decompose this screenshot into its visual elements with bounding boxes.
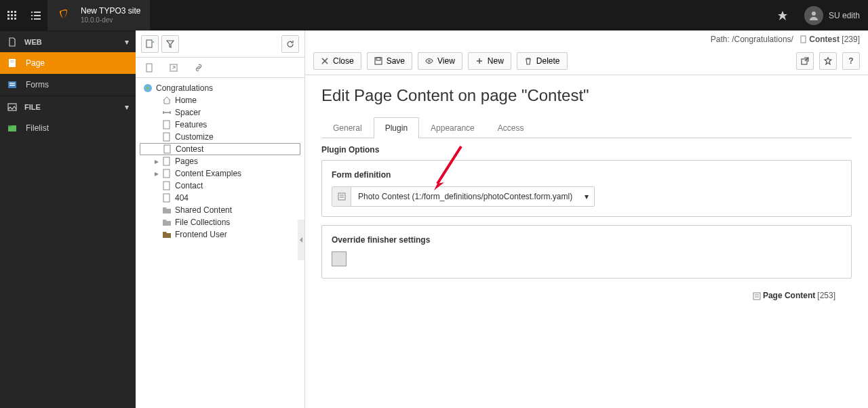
module-menu: WEB ▾ Page Forms FILE ▾ Filelist [0,30,136,408]
page-tree-column: Congratulations HomeSpacerFeaturesCustom… [136,30,305,408]
form-icon [332,187,351,206]
chevron-down-icon: ▾ [125,102,129,112]
forms-module-icon [7,79,18,90]
tree-node[interactable]: 404 [140,192,300,204]
tree-node[interactable]: Spacer [140,106,300,119]
tab-general[interactable]: General [321,117,374,138]
svg-rect-0 [7,11,9,13]
form-definition-select[interactable]: Photo Contest (1:/form_definitions/photo… [332,186,595,207]
open-new-window-button[interactable] [796,52,814,70]
svg-rect-10 [34,12,41,13]
tree-resize-handle[interactable] [298,220,304,260]
tree-node[interactable]: ▸Pages [140,155,300,167]
svg-rect-25 [146,40,152,47]
svg-rect-30 [163,133,170,141]
tab-plugin[interactable]: Plugin [374,117,419,138]
override-finisher-panel: Override finisher settings [321,225,852,279]
svg-rect-17 [10,60,14,61]
tree-node[interactable]: Contact [140,180,300,192]
svg-point-39 [429,60,431,62]
topbar: New TYPO3 site 10.0.0-dev SU edith [0,0,868,30]
plugin-options-label: Plugin Options [321,145,852,155]
spacer-icon [161,107,172,118]
list-tree-icon[interactable] [24,0,47,30]
svg-rect-2 [14,11,16,13]
module-item-filelist[interactable]: Filelist [0,117,136,139]
globe-icon [142,83,153,94]
app-grid-icon[interactable] [0,0,24,30]
help-button[interactable]: ? [842,52,860,70]
save-button[interactable]: Save [367,52,412,70]
svg-rect-6 [7,18,9,20]
tree-node[interactable]: Shared Content [140,204,300,216]
tree-node[interactable]: File Collections [140,216,300,228]
page-icon [161,180,172,191]
tree-node[interactable]: Customize [140,131,300,143]
avatar-icon [804,6,823,25]
tree-node[interactable]: Features [140,119,300,131]
svg-rect-35 [163,194,170,202]
svg-rect-3 [7,14,9,16]
tree-node[interactable]: Frontend User [140,228,300,241]
new-page-button[interactable] [141,35,159,53]
tab-appearance[interactable]: Appearance [419,117,486,138]
image-icon [7,102,18,113]
folder-icon [161,217,172,228]
svg-rect-36 [801,36,806,43]
tree-node[interactable]: Home [140,94,300,106]
close-button[interactable]: Close [313,52,361,70]
module-item-forms[interactable]: Forms [0,74,136,96]
refresh-button[interactable] [281,35,299,53]
svg-rect-21 [9,85,15,86]
svg-rect-12 [34,15,41,16]
page-icon [161,156,172,167]
site-name: New TYPO3 site [81,6,140,16]
site-badge[interactable]: New TYPO3 site 10.0.0-dev [47,0,150,30]
tab-access[interactable]: Access [486,117,536,138]
filelist-module-icon [7,123,18,134]
filter-button[interactable] [161,35,179,53]
module-item-page[interactable]: Page [0,52,136,74]
svg-rect-11 [31,15,33,16]
new-link-icon[interactable] [190,59,208,77]
page-icon [7,37,18,47]
view-button[interactable]: View [418,52,462,70]
svg-rect-42 [753,293,760,300]
svg-rect-4 [11,14,13,16]
svg-rect-32 [163,157,170,165]
svg-rect-8 [14,18,16,20]
form-definition-label: Form definition [332,170,842,180]
svg-rect-5 [14,14,16,16]
tree-root[interactable]: Congratulations [140,82,300,94]
breadcrumb-link[interactable]: /Congratulations/ [732,35,793,44]
bookmark-icon[interactable] [769,0,796,30]
page-icon [161,192,172,203]
page-tree[interactable]: Congratulations HomeSpacerFeaturesCustom… [136,78,304,408]
svg-rect-26 [146,64,152,72]
new-doc-icon[interactable] [141,59,159,77]
page-icon [161,119,172,130]
bookmark-button[interactable] [819,52,837,70]
module-group-file[interactable]: FILE ▾ [0,96,136,117]
folder-icon [161,205,172,216]
tree-node[interactable]: ▸Content Examples [140,167,300,180]
override-finisher-label: Override finisher settings [332,235,842,245]
new-shortcut-icon[interactable] [165,59,183,77]
tree-node[interactable]: Contest [140,143,300,155]
form-definition-panel: Form definition Photo Contest (1:/form_d… [321,160,852,217]
users-icon [161,229,172,240]
svg-rect-34 [163,182,170,190]
svg-rect-33 [163,169,170,178]
chevron-down-icon: ▾ [579,187,594,206]
new-button[interactable]: New [468,52,511,70]
delete-button[interactable]: Delete [517,52,568,70]
svg-rect-38 [376,58,380,60]
user-menu[interactable]: SU edith [796,0,868,30]
page-module-icon [7,58,18,68]
svg-point-15 [812,12,816,16]
user-label: SU edith [829,11,860,20]
svg-rect-41 [338,193,345,200]
override-finisher-checkbox[interactable] [332,251,347,266]
svg-rect-14 [34,18,41,20]
module-group-web[interactable]: WEB ▾ [0,30,136,52]
